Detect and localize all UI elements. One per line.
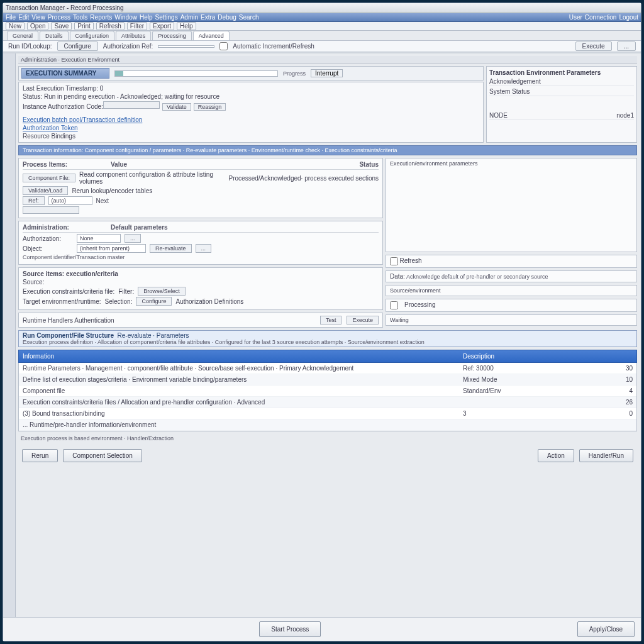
tab-active[interactable]: Advanced bbox=[193, 31, 230, 40]
footer-note: Execution process is based environment ·… bbox=[18, 434, 637, 443]
configure-button[interactable]: Configure bbox=[136, 297, 172, 306]
auth-input[interactable] bbox=[158, 45, 214, 48]
execute-button[interactable]: Execute bbox=[575, 42, 612, 51]
tab[interactable]: Configuration bbox=[70, 31, 115, 40]
app-window: Transaction Manager - Record Processing … bbox=[3, 3, 641, 641]
info-line: Resource Bindings bbox=[23, 133, 479, 140]
more-button[interactable]: ... bbox=[617, 42, 636, 51]
ref-input[interactable]: (auto) bbox=[48, 196, 92, 205]
body: Administration · Execution Environment E… bbox=[3, 52, 641, 617]
interrupt-button[interactable]: Interrupt bbox=[311, 69, 343, 77]
info-link[interactable]: Authorization Token bbox=[23, 125, 479, 131]
menu-item[interactable]: Process bbox=[48, 14, 70, 21]
reassign-button[interactable]: Reassign bbox=[194, 103, 226, 111]
configure-button[interactable]: Configure bbox=[57, 42, 98, 51]
menu-item[interactable]: Edit bbox=[18, 14, 29, 21]
toolbar-button[interactable]: Refresh bbox=[96, 22, 125, 30]
toolbar-button[interactable]: Export bbox=[150, 22, 174, 30]
handler-run-button[interactable]: Handler/Run bbox=[579, 449, 633, 462]
validate-button[interactable]: Validate bbox=[162, 103, 191, 111]
menu-right[interactable]: Logout bbox=[619, 14, 638, 21]
progress-label: Progress bbox=[283, 70, 306, 77]
action-button[interactable]: Action bbox=[538, 449, 574, 462]
table-row[interactable]: Execution constraints/criteria files / A… bbox=[19, 397, 636, 408]
tab[interactable]: General bbox=[7, 31, 38, 40]
params-bar: Run ID/Lookup: Configure Authorization R… bbox=[3, 41, 641, 52]
titlebar: Transaction Manager - Record Processing bbox=[3, 3, 641, 13]
toolbar-button[interactable]: New bbox=[6, 22, 25, 30]
auto-checkbox[interactable] bbox=[219, 42, 228, 50]
menu-item[interactable]: Reports bbox=[90, 14, 112, 21]
param-label: Authorization Ref: bbox=[103, 43, 153, 50]
toolbar-button[interactable]: Save bbox=[51, 22, 72, 30]
toolbar-button[interactable]: Open bbox=[27, 22, 48, 30]
menu-item[interactable]: Settings bbox=[155, 14, 178, 21]
menu-item[interactable]: Tools bbox=[73, 14, 87, 21]
info-link[interactable]: Execution batch pool/Transaction definit… bbox=[23, 116, 479, 123]
col-header: Administration: bbox=[23, 224, 98, 231]
row-label: Object: bbox=[23, 245, 73, 252]
button-row: Rerun Component Selection Action Handler… bbox=[18, 445, 637, 466]
table-row[interactable]: Runtime Parameters · Management · compon… bbox=[19, 363, 636, 374]
menu-item[interactable]: Extra bbox=[201, 14, 215, 21]
tab[interactable]: Details bbox=[40, 31, 69, 40]
tabstrip: General Details Configuration Attributes… bbox=[3, 31, 641, 41]
menu-item[interactable]: Search bbox=[239, 14, 259, 21]
refresh-checkbox[interactable] bbox=[390, 257, 398, 265]
component-selection-button[interactable]: Component Selection bbox=[63, 449, 142, 462]
test-button[interactable]: Test bbox=[320, 316, 342, 325]
menu-item[interactable]: Debug bbox=[218, 14, 236, 21]
processing-checkbox[interactable] bbox=[390, 301, 398, 309]
table-row[interactable]: Define list of execution stages/criteria… bbox=[19, 374, 636, 386]
menu-item[interactable]: View bbox=[31, 14, 45, 21]
row-label: Target environment/runtime: bbox=[23, 298, 101, 305]
info-block: Last Execution Timestamp: 0 Status: Run … bbox=[18, 82, 484, 143]
panel-header: Runtime Handlers Authentication bbox=[23, 317, 315, 324]
source-env: Source/environment bbox=[386, 285, 637, 296]
banner-sub: Re-evaluate · Parameters bbox=[118, 332, 189, 339]
auth-code-input[interactable] bbox=[103, 101, 160, 109]
spare-input[interactable] bbox=[23, 206, 79, 214]
tab[interactable]: Attributes bbox=[116, 31, 151, 40]
table-row[interactable]: ... Runtime/pre-handler information/envi… bbox=[19, 419, 636, 431]
menu-item[interactable]: File bbox=[6, 14, 16, 21]
toolbar-button[interactable]: Filter bbox=[127, 22, 147, 30]
browse-button[interactable]: Browse/Select bbox=[138, 287, 186, 296]
table-header: Information Description bbox=[18, 350, 637, 363]
toolbar-button[interactable]: Help bbox=[177, 22, 196, 30]
execute-button[interactable]: Execute bbox=[347, 316, 379, 325]
auth-value[interactable]: None bbox=[77, 234, 121, 243]
reevaluate-button[interactable]: Re-evaluate bbox=[150, 244, 192, 253]
table-row[interactable]: Component fileStandard/Env4 bbox=[19, 386, 636, 397]
menu-right[interactable]: Connection bbox=[585, 14, 617, 21]
apply-close-button[interactable]: Apply/Close bbox=[577, 621, 635, 637]
menu-right[interactable]: User bbox=[569, 14, 582, 21]
table-row[interactable]: (3) Bound transaction/binding30 bbox=[19, 408, 636, 419]
menu-item[interactable]: Admin bbox=[180, 14, 198, 21]
menu-item[interactable]: Help bbox=[140, 14, 153, 21]
right-row: System Status bbox=[489, 88, 530, 95]
object-value[interactable]: (inherit from parent) bbox=[77, 244, 146, 253]
component-file-button[interactable]: Component File: bbox=[23, 174, 75, 182]
menu-item[interactable]: Window bbox=[114, 14, 137, 21]
data-note: Acknowledge default of pre-handler or se… bbox=[406, 274, 548, 280]
right-info: Transaction Environment Parameters Ackno… bbox=[486, 66, 637, 143]
table-body: Runtime Parameters · Management · compon… bbox=[18, 363, 637, 431]
ellipsis-button[interactable]: ... bbox=[196, 244, 212, 253]
toolbar-button[interactable]: Print bbox=[74, 22, 94, 30]
waiting-label: Waiting bbox=[386, 314, 637, 326]
th bbox=[608, 353, 633, 360]
toolbar: New Open Save Print Refresh Filter Expor… bbox=[3, 22, 641, 31]
ref-button[interactable]: Ref: bbox=[23, 196, 45, 205]
start-process-button[interactable]: Start Process bbox=[259, 621, 321, 637]
col-header: Value bbox=[111, 161, 347, 168]
progress-bar bbox=[114, 70, 278, 77]
tab[interactable]: Processing bbox=[152, 31, 192, 40]
col-header: Status bbox=[359, 161, 379, 168]
ellipsis-button[interactable]: ... bbox=[125, 234, 141, 243]
validate-load-button[interactable]: Validate/Load bbox=[23, 186, 68, 195]
env-params: Execution/environment parameters bbox=[386, 158, 637, 252]
param-label: Run ID/Lookup: bbox=[8, 43, 52, 50]
right-val: node1 bbox=[616, 112, 634, 119]
rerun-button[interactable]: Rerun bbox=[22, 449, 58, 462]
